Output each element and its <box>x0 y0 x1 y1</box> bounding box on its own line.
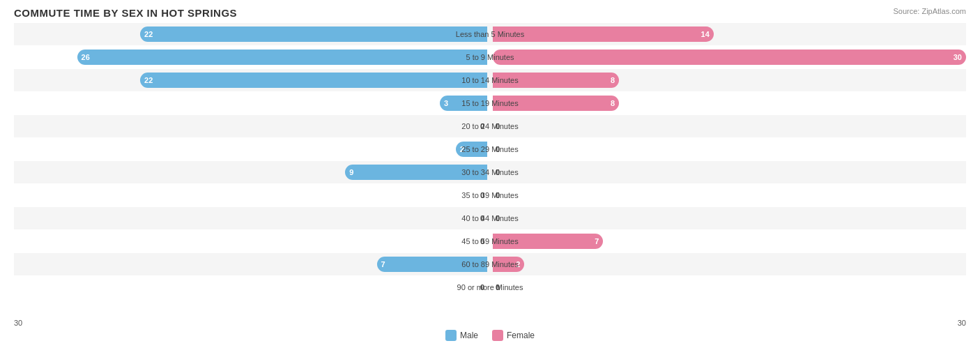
left-section: 3 <box>14 92 490 114</box>
chart-row: 315 to 19 Minutes8 <box>14 92 966 114</box>
chart-row: 045 to 59 Minutes7 <box>14 230 966 252</box>
chart-row: 760 to 89 Minutes2 <box>14 253 966 275</box>
row-label: Less than 5 Minutes <box>456 30 524 38</box>
row-label: 15 to 19 Minutes <box>461 99 518 107</box>
row-label: 45 to 59 Minutes <box>461 237 518 245</box>
chart-area: 22Less than 5 Minutes14265 to 9 Minutes3… <box>14 23 966 316</box>
chart-row: 040 to 44 Minutes0 <box>14 207 966 229</box>
male-value: 22 <box>144 30 153 38</box>
chart-row: 035 to 39 Minutes0 <box>14 184 966 206</box>
row-label: 10 to 14 Minutes <box>461 76 518 84</box>
chart-row: 020 to 24 Minutes0 <box>14 115 966 137</box>
chart-row: 2210 to 14 Minutes8 <box>14 69 966 91</box>
male-label: Male <box>460 331 478 340</box>
legend-female: Female <box>492 330 535 341</box>
axis-left-value: 30 <box>14 319 22 327</box>
female-label: Female <box>507 331 535 340</box>
left-section: 22 <box>14 69 490 91</box>
row-label: 5 to 9 Minutes <box>466 53 514 61</box>
chart-row: 22Less than 5 Minutes14 <box>14 23 966 45</box>
right-section: 0 <box>490 184 966 206</box>
chart-row: 090 or more Minutes0 <box>14 276 966 298</box>
chart-title: COMMUTE TIME BY SEX IN HOT SPRINGS <box>14 7 966 19</box>
male-value: 26 <box>82 53 90 61</box>
legend: Male Female <box>14 330 966 341</box>
chart-container: COMMUTE TIME BY SEX IN HOT SPRINGS Sourc… <box>0 0 980 364</box>
right-section: 2 <box>490 253 966 275</box>
male-bar: 22 <box>140 73 487 88</box>
female-value: 30 <box>954 53 962 61</box>
left-section: 2 <box>14 138 490 160</box>
right-section: 14 <box>490 23 966 45</box>
right-section: 0 <box>490 161 966 183</box>
right-section: 0 <box>490 276 966 298</box>
row-label: 30 to 34 Minutes <box>461 168 518 176</box>
female-swatch <box>492 330 503 341</box>
male-value: 7 <box>381 260 385 268</box>
female-value: 7 <box>595 237 599 245</box>
male-bar: 22 <box>140 26 487 42</box>
male-value: 3 <box>444 99 448 107</box>
chart-row: 930 to 34 Minutes0 <box>14 161 966 183</box>
male-swatch <box>445 330 457 341</box>
right-section: 0 <box>490 138 966 160</box>
row-label: 40 to 44 Minutes <box>461 214 518 222</box>
left-section: 0 <box>14 184 490 206</box>
row-label: 35 to 39 Minutes <box>461 191 518 199</box>
right-section: 8 <box>490 69 966 91</box>
legend-male: Male <box>445 330 478 341</box>
chart-row: 265 to 9 Minutes30 <box>14 46 966 68</box>
female-value: 14 <box>701 30 710 38</box>
female-bar: 30 <box>493 50 966 65</box>
female-bar: 14 <box>493 26 714 42</box>
left-section: 9 <box>14 161 490 183</box>
row-label: 60 to 89 Minutes <box>461 260 518 268</box>
source-text: Source: ZipAtlas.com <box>893 7 966 15</box>
row-label: 20 to 24 Minutes <box>461 122 518 130</box>
right-section: 30 <box>490 46 966 68</box>
right-section: 7 <box>490 230 966 252</box>
left-section: 26 <box>14 46 490 68</box>
left-section: 22 <box>14 23 490 45</box>
right-section: 0 <box>490 207 966 229</box>
left-section: 0 <box>14 230 490 252</box>
right-section: 0 <box>490 115 966 137</box>
female-value: 8 <box>611 99 615 107</box>
row-label: 90 or more Minutes <box>457 283 523 291</box>
left-section: 0 <box>14 276 490 298</box>
left-section: 0 <box>14 115 490 137</box>
right-section: 8 <box>490 92 966 114</box>
left-section: 7 <box>14 253 490 275</box>
axis-right-value: 30 <box>958 319 966 327</box>
male-value: 22 <box>144 76 153 84</box>
male-bar: 26 <box>77 50 487 65</box>
axis-bottom: 30 30 <box>14 319 966 327</box>
female-value: 8 <box>611 76 615 84</box>
left-section: 0 <box>14 207 490 229</box>
male-value: 9 <box>349 168 353 176</box>
chart-row: 225 to 29 Minutes0 <box>14 138 966 160</box>
row-label: 25 to 29 Minutes <box>461 145 518 153</box>
